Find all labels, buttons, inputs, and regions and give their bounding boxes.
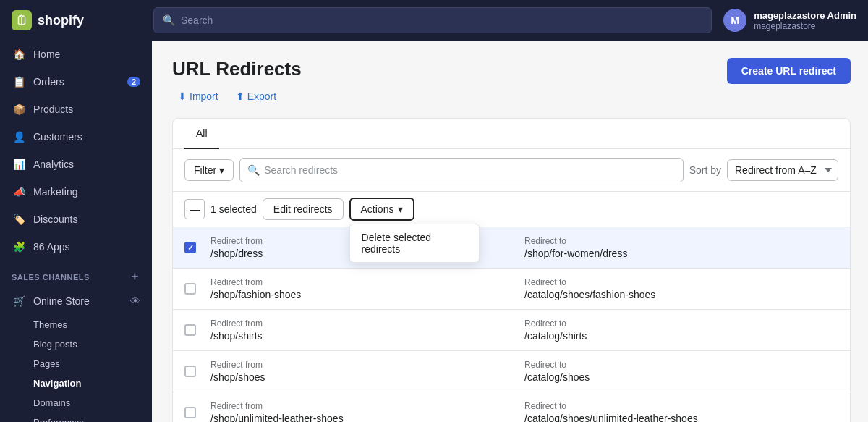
sidebar-item-apps[interactable]: 🧩 86 Apps — [0, 233, 152, 261]
checkbox-cell-5[interactable] — [184, 407, 210, 418]
table-row[interactable]: Redirect from /shop/shoes Redirect to /c… — [173, 351, 850, 392]
chevron-down-icon: ▾ — [219, 164, 224, 176]
search-redirects-icon: 🔍 — [247, 164, 260, 176]
logo[interactable]: shopify — [12, 10, 142, 30]
sidebar-label-customers: Customers — [33, 131, 140, 143]
checkbox-cell-3[interactable] — [184, 324, 210, 336]
customers-icon: 👤 — [12, 130, 26, 144]
sidebar-label-home: Home — [33, 48, 140, 60]
sidebar-item-analytics[interactable]: 📊 Analytics — [0, 151, 152, 178]
analytics-icon: 📊 — [12, 157, 26, 172]
sidebar-item-navigation[interactable]: Navigation — [33, 374, 152, 393]
export-icon: ⬆ — [236, 90, 244, 102]
edit-redirects-button[interactable]: Edit redirects — [263, 198, 344, 220]
sidebar-item-products[interactable]: 📦 Products — [0, 96, 152, 123]
user-menu[interactable]: M mageplazastore Admin mageplazastore — [723, 9, 856, 32]
to-value-3: /catalog/shirts — [524, 330, 838, 342]
logo-text: shopify — [38, 13, 84, 28]
filter-toolbar: Filter ▾ 🔍 Sort by Redirect from A–Z — [173, 149, 850, 192]
sort-select[interactable]: Redirect from A–Z — [727, 159, 838, 181]
redirects-card: All Filter ▾ 🔍 Sort by Redirect from A–Z — [172, 118, 851, 422]
from-value-2: /shop/fashion-shoes — [210, 289, 524, 300]
to-label-3: Redirect to — [524, 318, 838, 329]
export-button[interactable]: ⬆ Export — [230, 86, 282, 106]
table-row[interactable]: Redirect from /shop/dress Redirect to /s… — [173, 227, 850, 269]
to-cell-1: Redirect to /shop/for-women/dress — [524, 236, 838, 259]
selection-bar: — 1 selected Edit redirects Actions ▾ De… — [173, 192, 850, 227]
orders-icon: 📋 — [12, 75, 26, 89]
sidebar-item-online-store[interactable]: 🛒 Online Store 👁 — [0, 287, 152, 315]
sidebar-item-pages[interactable]: Pages — [33, 354, 152, 374]
search-input[interactable] — [181, 14, 702, 26]
sidebar-item-marketing[interactable]: 📣 Marketing — [0, 178, 152, 206]
eye-icon[interactable]: 👁 — [130, 295, 140, 307]
sidebar-label-products: Products — [33, 104, 140, 115]
table-row[interactable]: Redirect from /shop/shirts Redirect to /… — [173, 310, 850, 351]
search-bar[interactable]: 🔍 — [153, 7, 712, 33]
to-label-2: Redirect to — [524, 277, 838, 287]
orders-badge: 2 — [127, 77, 140, 87]
actions-dropdown-menu: Delete selected redirects — [349, 224, 480, 263]
page-title: URL Redirects — [172, 58, 302, 80]
checkbox-cell-1[interactable] — [184, 242, 210, 253]
to-value-2: /catalog/shoes/fashion-shoes — [524, 289, 838, 300]
search-redirects-input-wrap[interactable]: 🔍 — [239, 158, 684, 182]
to-label-5: Redirect to — [524, 401, 838, 411]
sidebar-item-customers[interactable]: 👤 Customers — [0, 123, 152, 151]
create-redirect-button[interactable]: Create URL redirect — [727, 58, 851, 84]
redirect-table: Redirect from /shop/dress Redirect to /s… — [173, 227, 850, 422]
filter-button[interactable]: Filter ▾ — [184, 159, 234, 181]
sidebar-label-analytics: Analytics — [33, 159, 140, 170]
actions-chevron-icon: ▾ — [398, 203, 403, 215]
from-cell-4: Redirect from /shop/shoes — [210, 360, 524, 383]
row-checkbox-5[interactable] — [184, 407, 196, 418]
to-label-1: Redirect to — [524, 236, 838, 246]
table-row[interactable]: Redirect from /shop/fashion-shoes Redire… — [173, 269, 850, 310]
deselect-button[interactable]: — — [184, 199, 205, 219]
user-store: mageplazastore — [754, 21, 856, 31]
from-cell-2: Redirect from /shop/fashion-shoes — [210, 277, 524, 300]
to-cell-4: Redirect to /catalog/shoes — [524, 360, 838, 383]
to-value-4: /catalog/shoes — [524, 371, 838, 383]
topbar: shopify 🔍 M mageplazastore Admin magepla… — [0, 0, 868, 41]
minus-icon: — — [190, 203, 200, 215]
from-value-3: /shop/shirts — [210, 330, 524, 342]
checkbox-cell-4[interactable] — [184, 366, 210, 377]
add-sales-channel-icon[interactable]: ＋ — [129, 269, 141, 284]
marketing-icon: 📣 — [12, 185, 26, 199]
row-checkbox-2[interactable] — [184, 283, 196, 295]
tabs-bar: All — [173, 119, 850, 149]
sidebar-item-discounts[interactable]: 🏷️ Discounts — [0, 206, 152, 233]
from-label-5: Redirect from — [210, 401, 524, 411]
sidebar-item-themes[interactable]: Themes — [33, 315, 152, 334]
to-value-5: /catalog/shoes/unlimited-leather-shoes — [524, 413, 838, 422]
search-redirects-input[interactable] — [264, 164, 676, 176]
user-name: mageplazastore Admin — [754, 10, 856, 21]
sidebar-item-preferences[interactable]: Preferences — [33, 413, 152, 422]
app-body: 🏠 Home 📋 Orders 2 📦 Products 👤 Customers… — [0, 41, 868, 422]
checkbox-cell-2[interactable] — [184, 283, 210, 295]
from-cell-5: Redirect from /shop/unlimited-leather-sh… — [210, 401, 524, 422]
delete-selected-item[interactable]: Delete selected redirects — [350, 224, 479, 262]
row-checkbox-3[interactable] — [184, 324, 196, 336]
row-checkbox-1[interactable] — [184, 242, 196, 253]
header-actions: ⬇ Import ⬆ Export — [172, 86, 302, 106]
tab-all[interactable]: All — [184, 119, 219, 149]
sidebar-item-orders[interactable]: 📋 Orders 2 — [0, 68, 152, 96]
avatar: M — [723, 9, 746, 32]
selected-count: 1 selected — [210, 203, 257, 215]
import-button[interactable]: ⬇ Import — [172, 86, 224, 106]
user-info: mageplazastore Admin mageplazastore — [754, 10, 856, 31]
actions-button[interactable]: Actions ▾ — [349, 198, 415, 221]
sidebar-label-apps: 86 Apps — [33, 241, 140, 253]
sidebar-item-domains[interactable]: Domains — [33, 393, 152, 413]
sidebar-item-blog-posts[interactable]: Blog posts — [33, 334, 152, 354]
shopify-logo-icon — [12, 10, 32, 30]
sidebar-item-home[interactable]: 🏠 Home — [0, 41, 152, 68]
online-store-label: Online Store — [33, 295, 90, 307]
row-checkbox-4[interactable] — [184, 366, 196, 377]
to-label-4: Redirect to — [524, 360, 838, 370]
sort-label: Sort by — [689, 164, 721, 176]
to-cell-2: Redirect to /catalog/shoes/fashion-shoes — [524, 277, 838, 300]
table-row[interactable]: Redirect from /shop/unlimited-leather-sh… — [173, 392, 850, 422]
